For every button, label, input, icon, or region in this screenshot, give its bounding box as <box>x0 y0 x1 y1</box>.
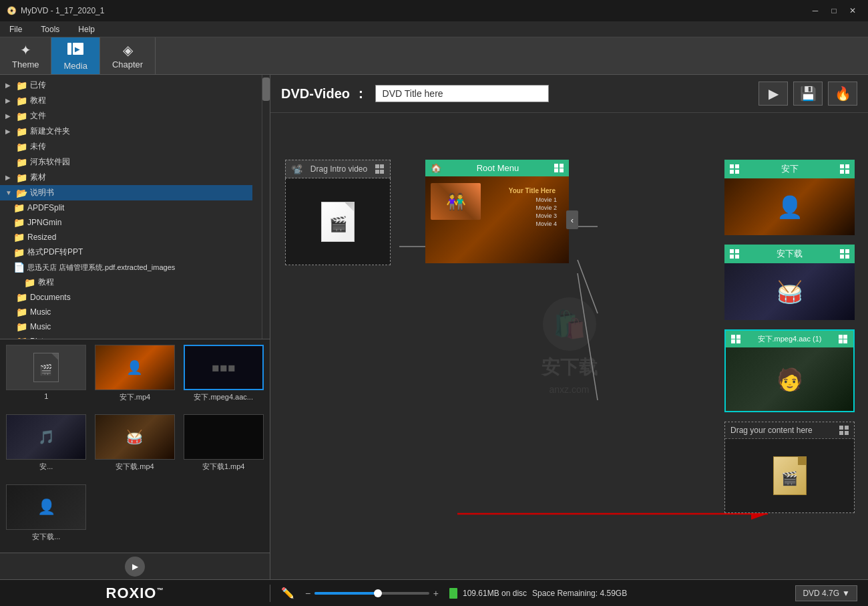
media-thumb-4[interactable]: 🎵 安... <box>3 412 90 480</box>
media-thumb-6[interactable]: 安下载1.mp4 <box>180 412 267 480</box>
roxio-logo: ROXIO™ <box>106 585 164 602</box>
thumb-image: ◼◼◼ <box>184 345 264 390</box>
disc-bar <box>449 588 457 599</box>
chapter-thumb-1[interactable]: 👤 <box>724 178 855 235</box>
save-button[interactable]: 💾 <box>793 82 823 106</box>
tree-item-Documents[interactable]: 📁 Documents <box>0 290 252 305</box>
menu-help[interactable]: Help <box>74 23 99 35</box>
app-icon: 📀 <box>7 6 17 15</box>
thumb-label: 安下载.mp4 <box>116 462 154 472</box>
tree-item-格式PDF[interactable]: 📁 格式PDF转PPT <box>0 245 252 260</box>
menu-preview-image: 👫 <box>431 183 481 220</box>
volume-slider[interactable]: − + <box>305 588 439 599</box>
file-icon-large: 🎬 <box>321 202 355 242</box>
tree-item-河东软件园[interactable]: 📁 河东软件园 <box>0 154 252 170</box>
menu-file[interactable]: File <box>5 23 26 35</box>
media-button[interactable]: ▶ Media <box>51 37 99 74</box>
watermark: 🛍️ 安下载 anxz.com <box>541 297 598 395</box>
file-tree: ▶ 📁 已传 ▶ 📁 教程 ▶ 📁 文件 ▶ 📁 新建文件夹 <box>0 75 262 339</box>
root-menu-preview[interactable]: 👫 Your Title Here Movie 1 Movie 2 Movie … <box>425 176 569 263</box>
slider-thumb[interactable] <box>374 589 382 597</box>
folder-icon: 📁 <box>13 247 25 258</box>
media-thumb-1[interactable]: 🎬 1 <box>3 342 90 410</box>
expand-arrow: ▶ <box>5 112 13 120</box>
intro-grid-icon[interactable] <box>375 164 385 174</box>
chapter-menu-icon-2[interactable] <box>840 249 849 259</box>
close-button[interactable]: ✕ <box>844 4 861 17</box>
tree-item-未传[interactable]: 📁 未传 <box>0 139 252 154</box>
chapter-button[interactable]: ◈ Chapter <box>100 37 156 74</box>
minimize-button[interactable]: ─ <box>807 4 824 17</box>
thumb-image <box>184 414 264 460</box>
tree-item-Music[interactable]: 📁 Music <box>0 319 252 334</box>
toolbar: ✦ Theme ▶ Media ◈ Chapter <box>0 37 868 75</box>
tree-item-APDFSplit[interactable]: 📁 APDFSplit <box>0 200 252 215</box>
volume-plus-icon[interactable]: + <box>433 588 439 599</box>
chapter-node-3: 安下.mpeg4.aac (1) 🧑 <box>724 329 855 412</box>
thumb-image: 🎵 <box>6 414 86 460</box>
maximize-button[interactable]: □ <box>825 4 843 17</box>
volume-minus-icon[interactable]: − <box>305 588 310 599</box>
theme-label: Theme <box>12 59 39 69</box>
folder-icon: 📁 <box>24 277 35 288</box>
menu-bar: File Tools Help <box>0 21 868 37</box>
chapter-icon: ◈ <box>123 42 133 58</box>
chapter-grid-icon-2 <box>730 249 739 259</box>
tree-item-思迅天店[interactable]: 📄 思迅天店 店铺管理系统.pdf.extracted_images <box>0 260 252 275</box>
tree-scrollbar[interactable] <box>262 75 270 339</box>
title-bar: 📀 MyDVD - 1_17_2020_1 ─ □ ✕ <box>0 0 868 21</box>
folder-icon: 📁 <box>16 292 27 303</box>
disc-type-dropdown-icon: ▼ <box>842 589 850 598</box>
chapter-node-2: 安下载 🥁 <box>724 245 855 320</box>
expand-arrow: ▶ <box>5 338 13 339</box>
tree-item-素材[interactable]: ▶ 📁 素材 <box>0 170 252 185</box>
theme-button[interactable]: ✦ Theme <box>0 37 51 74</box>
burn-button[interactable]: 🔥 <box>828 82 857 106</box>
slider-track[interactable] <box>314 592 429 595</box>
tree-item-已传[interactable]: ▶ 📁 已传 <box>0 78 252 93</box>
home-icon: 🏠 <box>431 163 441 173</box>
chapter-menu-icon-1[interactable] <box>840 164 849 174</box>
thumb-label: 安... <box>39 462 53 472</box>
root-menu-grid-icon[interactable] <box>554 164 564 173</box>
media-thumb-2[interactable]: 👤 安下.mp4 <box>91 342 179 410</box>
dvd-canvas: 🛍️ 安下载 anxz.com <box>270 113 868 579</box>
tree-item-JPNGmin[interactable]: 📁 JPNGmin <box>0 215 252 230</box>
menu-items-list: Movie 1 Movie 2 Movie 3 Movie 4 <box>535 196 557 227</box>
play-preview-button[interactable]: ▶ <box>758 82 788 106</box>
expand-arrow: ▼ <box>5 189 13 196</box>
media-grid: 🎬 1 👤 安下.mp4 ◼◼◼ 安下.mp <box>0 339 270 553</box>
chapter-thumb-img-2: 🥁 <box>724 263 855 320</box>
play-button[interactable]: ▶ <box>125 557 145 577</box>
tree-item-Downloads[interactable]: 📁 Music <box>0 305 252 319</box>
add-content-label: Drag your content here <box>730 426 813 435</box>
tree-item-说明书[interactable]: ▼ 📂 说明书 <box>0 185 252 200</box>
scrollbar-thumb[interactable] <box>262 78 270 101</box>
chapter-thumb-2[interactable]: 🥁 <box>724 263 855 320</box>
media-thumb-5[interactable]: 🥁 安下载.mp4 <box>91 412 179 480</box>
media-thumb-7[interactable]: 👤 安下载... <box>3 482 90 550</box>
edit-icon[interactable]: ✏️ <box>281 587 294 599</box>
add-content-header: Drag your content here <box>725 422 854 439</box>
chapter-grid-icon-1 <box>730 164 739 174</box>
folder-icon: 📁 <box>13 202 25 213</box>
nav-arrow[interactable]: ‹ <box>566 210 578 229</box>
chapter-thumb-3[interactable]: 🧑 <box>726 347 853 411</box>
thumb-label: 安下载... <box>32 532 60 542</box>
tree-item-Resized[interactable]: 📁 Resized <box>0 230 252 245</box>
expand-arrow: ▶ <box>5 174 13 181</box>
thumb-label: 1 <box>44 392 48 400</box>
dvd-title-input[interactable] <box>375 85 549 102</box>
tree-item-文件[interactable]: ▶ 📁 文件 <box>0 108 252 124</box>
menu-tools[interactable]: Tools <box>37 23 63 35</box>
root-menu-node: 🏠 Root Menu 👫 Your Title Here <box>425 160 569 263</box>
folder-icon: 📁 <box>16 96 27 106</box>
tree-item-教程[interactable]: ▶ 📁 教程 <box>0 93 252 108</box>
tree-item-教程2[interactable]: 📁 教程 <box>0 275 252 290</box>
chapter-menu-icon-3[interactable] <box>839 335 848 344</box>
tree-item-新建文件夹[interactable]: ▶ 📁 新建文件夹 <box>0 124 252 139</box>
tree-item-Pictures[interactable]: ▶ 📁 Pictures <box>0 334 252 339</box>
add-content-grid-icon[interactable] <box>839 426 849 435</box>
media-thumb-3[interactable]: ◼◼◼ 安下.mpeg4.aac... <box>180 342 267 410</box>
disc-type-selector[interactable]: DVD 4.7G ▼ <box>795 585 857 601</box>
